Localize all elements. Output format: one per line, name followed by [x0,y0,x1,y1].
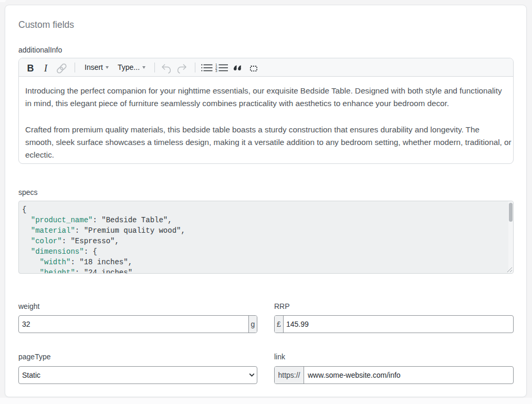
svg-text:3: 3 [215,69,217,72]
